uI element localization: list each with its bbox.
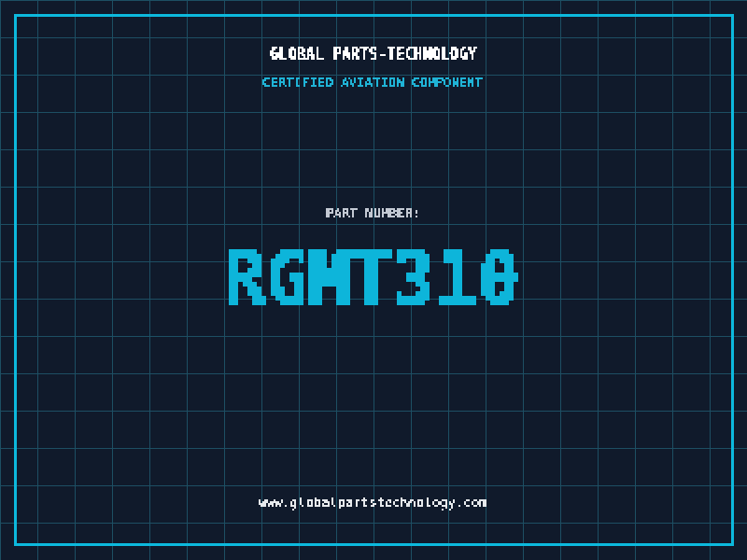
part-number-label: PART NUMBER: — [0, 204, 747, 227]
certification-subtitle-pixel-canvas — [261, 74, 486, 92]
website-url-pixel-canvas — [257, 494, 490, 512]
website-footer: www.globalpartstechnology.com — [0, 494, 747, 516]
part-number-label-pixel-canvas — [324, 204, 423, 223]
brand-title: GLOBAL PARTS-TECHNOLOGY — [0, 45, 747, 69]
part-number-value-pixel-canvas — [219, 235, 528, 333]
certification-subtitle: CERTIFIED AVIATION COMPONENT — [0, 74, 747, 96]
screen-background: { "header": { "title": "GLOBAL PARTS-TEC… — [0, 0, 747, 560]
brand-title-pixel-canvas — [268, 45, 479, 65]
part-number-value: RGMT310 — [0, 235, 747, 337]
